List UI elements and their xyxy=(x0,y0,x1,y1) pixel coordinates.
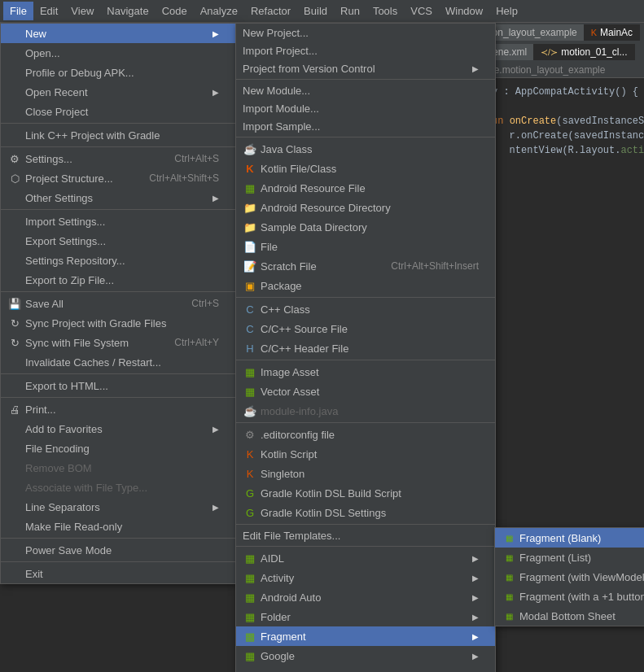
new-aidl[interactable]: ▦ AIDL ▶ xyxy=(236,548,495,568)
folder-icon: ▦ xyxy=(243,609,257,624)
android-auto-icon: ▦ xyxy=(243,590,257,604)
file-menu-import-settings[interactable]: Import Settings... xyxy=(1,212,235,231)
new-project[interactable]: New Project... xyxy=(236,24,495,41)
menu-run[interactable]: Run xyxy=(334,2,366,20)
file-menu-other-settings[interactable]: Other Settings ▶ xyxy=(1,188,235,207)
file-menu-add-favorites[interactable]: Add to Favorites ▶ xyxy=(1,419,235,439)
exit-icon xyxy=(7,566,22,581)
new-sample-data-dir[interactable]: 📁 Sample Data Directory xyxy=(236,217,495,237)
menu-navigate[interactable]: Navigate xyxy=(100,2,155,20)
tab-mainac[interactable]: K MainAc xyxy=(585,24,640,41)
file-menu-sync-filesystem[interactable]: ↻ Sync with File System Ctrl+Alt+Y xyxy=(1,333,235,352)
file-menu-save-all[interactable]: 💾 Save All Ctrl+S xyxy=(1,294,235,313)
new-activity[interactable]: ▦ Activity ▶ xyxy=(236,568,495,587)
fragment-blank[interactable]: ▦ Fragment (Blank) xyxy=(495,528,644,548)
new-fragment[interactable]: ▦ Fragment ▶ xyxy=(236,626,495,646)
file-menu-open-recent[interactable]: Open Recent ▶ xyxy=(1,82,235,102)
file-menu-power-save[interactable]: Power Save Mode xyxy=(1,540,235,560)
new-cpp-header[interactable]: H C/C++ Header File xyxy=(236,338,495,358)
new-submenu-dropdown: New Project... Import Project... Project… xyxy=(235,23,496,672)
export-zip-icon xyxy=(7,273,22,287)
gradle-build-icon: G xyxy=(243,486,257,500)
new-google[interactable]: ▦ Google ▶ xyxy=(236,646,495,665)
print-icon: 🖨 xyxy=(7,402,22,417)
new-scratch-file[interactable]: 📝 Scratch File Ctrl+Alt+Shift+Insert xyxy=(236,256,495,276)
file-menu-export-zip[interactable]: Export to Zip File... xyxy=(1,270,235,290)
menu-code[interactable]: Code xyxy=(156,2,194,20)
new-java-class[interactable]: ☕ Java Class xyxy=(236,139,495,159)
new-file[interactable]: 📄 File xyxy=(236,237,495,256)
menu-analyze[interactable]: Analyze xyxy=(194,2,244,20)
fragment-viewmodel[interactable]: ▦ Fragment (with ViewModel) xyxy=(495,567,644,587)
fragment-list-icon: ▦ xyxy=(502,550,516,565)
new-sep3 xyxy=(236,297,495,298)
fragment-plus1-icon: ▦ xyxy=(502,589,516,604)
file-menu-export-settings[interactable]: Export Settings... xyxy=(1,231,235,251)
new-edit-file-templates[interactable]: Edit File Templates... xyxy=(236,526,495,544)
invalidate-icon xyxy=(7,355,22,369)
vector-asset-icon: ▦ xyxy=(243,384,257,399)
sample-dir-icon: 📁 xyxy=(243,220,257,234)
project-from-vcs[interactable]: Project from Version Control ▶ xyxy=(236,59,495,77)
editorconfig-icon: ⚙ xyxy=(243,427,257,442)
new-gradle-kotlin-build[interactable]: G Gradle Kotlin DSL Build Script xyxy=(236,483,495,503)
menu-help[interactable]: Help xyxy=(489,2,524,20)
menu-file[interactable]: File xyxy=(3,2,33,20)
new-android-resource-dir[interactable]: 📁 Android Resource Directory xyxy=(236,198,495,217)
google-icon: ▦ xyxy=(243,648,257,663)
menu-refactor[interactable]: Refactor xyxy=(244,2,297,20)
fragment-modal-bottom-sheet[interactable]: ▦ Modal Bottom Sheet xyxy=(495,606,644,626)
file-menu-settings[interactable]: ⚙ Settings... Ctrl+Alt+S xyxy=(1,149,235,168)
new-editorconfig[interactable]: ⚙ .editorconfig file xyxy=(236,425,495,444)
menu-vcs[interactable]: VCS xyxy=(404,2,439,20)
file-menu-invalidate-caches[interactable]: Invalidate Caches / Restart... xyxy=(1,352,235,372)
new-android-resource-file[interactable]: ▦ Android Resource File xyxy=(236,178,495,198)
file-menu-export-html[interactable]: Export to HTML... xyxy=(1,376,235,395)
fragment-modal-icon: ▦ xyxy=(502,609,516,623)
fragment-list[interactable]: ▦ Fragment (List) xyxy=(495,548,644,567)
new-vector-asset[interactable]: ▦ Vector Asset xyxy=(236,382,495,401)
sync-gradle-icon: ↻ xyxy=(7,316,22,330)
file-menu-link-cpp[interactable]: Link C++ Project with Gradle xyxy=(1,125,235,145)
new-kotlin-script[interactable]: K Kotlin Script xyxy=(236,444,495,464)
file-menu-exit[interactable]: Exit xyxy=(1,564,235,583)
file-menu-close-project[interactable]: Close Project xyxy=(1,102,235,121)
menu-edit[interactable]: Edit xyxy=(33,2,64,20)
sep1 xyxy=(1,123,235,124)
file-menu-print[interactable]: 🖨 Print... xyxy=(1,399,235,419)
new-module[interactable]: New Module... xyxy=(236,81,495,99)
fragment-plus1[interactable]: ▦ Fragment (with a +1 button) xyxy=(495,587,644,606)
import-project[interactable]: Import Project... xyxy=(236,41,495,59)
new-other[interactable]: ▦ Other ▶ xyxy=(236,665,495,672)
file-menu-new[interactable]: New ▶ xyxy=(1,24,235,43)
import-module[interactable]: Import Module... xyxy=(236,99,495,117)
file-menu-settings-repo[interactable]: Settings Repository... xyxy=(1,251,235,270)
file-menu-project-structure[interactable]: ⬡ Project Structure... Ctrl+Alt+Shift+S xyxy=(1,168,235,188)
new-sep2 xyxy=(236,137,495,137)
tab-motion01[interactable]: ≺/≻ motion_01_cl... xyxy=(534,44,634,60)
import-sample[interactable]: Import Sample... xyxy=(236,117,495,135)
file-menu-open[interactable]: Open... xyxy=(1,43,235,63)
new-cpp-source[interactable]: C C/C++ Source File xyxy=(236,319,495,338)
new-icon xyxy=(7,26,22,41)
file-menu-profile-apk[interactable]: Profile or Debug APK... xyxy=(1,63,235,82)
new-singleton[interactable]: K Singleton xyxy=(236,464,495,483)
new-gradle-kotlin-settings[interactable]: G Gradle Kotlin DSL Settings xyxy=(236,503,495,522)
new-cpp-class[interactable]: C C++ Class xyxy=(236,299,495,319)
menu-view[interactable]: View xyxy=(64,2,100,20)
new-android-auto[interactable]: ▦ Android Auto ▶ xyxy=(236,587,495,607)
file-menu-sync-gradle[interactable]: ↻ Sync Project with Gradle Files xyxy=(1,313,235,333)
menu-build[interactable]: Build xyxy=(297,2,334,20)
new-kotlin-file[interactable]: K Kotlin File/Class xyxy=(236,159,495,178)
file-icon: 📄 xyxy=(243,239,257,254)
new-folder[interactable]: ▦ Folder ▶ xyxy=(236,607,495,626)
file-menu-line-separators[interactable]: Line Separators ▶ xyxy=(1,497,235,517)
recent-icon xyxy=(7,85,22,99)
sync-fs-icon: ↻ xyxy=(7,335,22,350)
new-image-asset[interactable]: ▦ Image Asset xyxy=(236,362,495,382)
menu-tools[interactable]: Tools xyxy=(366,2,404,20)
file-menu-encoding[interactable]: File Encoding xyxy=(1,439,235,458)
menu-window[interactable]: Window xyxy=(439,2,489,20)
file-menu-make-readonly[interactable]: Make File Read-only xyxy=(1,517,235,536)
new-package[interactable]: ▣ Package xyxy=(236,276,495,295)
